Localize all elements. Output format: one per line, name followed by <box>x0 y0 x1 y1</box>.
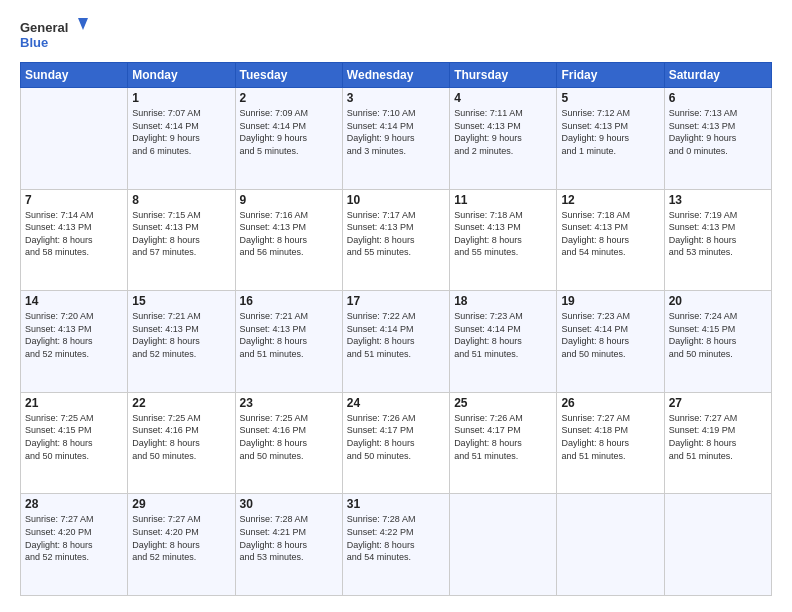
calendar-day-cell <box>664 494 771 596</box>
day-number: 5 <box>561 91 659 105</box>
calendar-day-cell: 11Sunrise: 7:18 AM Sunset: 4:13 PM Dayli… <box>450 189 557 291</box>
day-number: 9 <box>240 193 338 207</box>
calendar-day-cell: 1Sunrise: 7:07 AM Sunset: 4:14 PM Daylig… <box>128 88 235 190</box>
calendar-day-cell: 30Sunrise: 7:28 AM Sunset: 4:21 PM Dayli… <box>235 494 342 596</box>
day-number: 17 <box>347 294 445 308</box>
day-info: Sunrise: 7:18 AM Sunset: 4:13 PM Dayligh… <box>561 209 659 259</box>
day-info: Sunrise: 7:28 AM Sunset: 4:21 PM Dayligh… <box>240 513 338 563</box>
day-number: 26 <box>561 396 659 410</box>
header: General Blue <box>20 16 772 54</box>
day-number: 6 <box>669 91 767 105</box>
day-info: Sunrise: 7:26 AM Sunset: 4:17 PM Dayligh… <box>347 412 445 462</box>
weekday-header-cell: Monday <box>128 63 235 88</box>
day-info: Sunrise: 7:20 AM Sunset: 4:13 PM Dayligh… <box>25 310 123 360</box>
svg-marker-2 <box>78 18 88 30</box>
calendar-day-cell: 28Sunrise: 7:27 AM Sunset: 4:20 PM Dayli… <box>21 494 128 596</box>
day-info: Sunrise: 7:25 AM Sunset: 4:16 PM Dayligh… <box>240 412 338 462</box>
calendar-day-cell: 9Sunrise: 7:16 AM Sunset: 4:13 PM Daylig… <box>235 189 342 291</box>
day-info: Sunrise: 7:28 AM Sunset: 4:22 PM Dayligh… <box>347 513 445 563</box>
weekday-header-cell: Wednesday <box>342 63 449 88</box>
day-info: Sunrise: 7:27 AM Sunset: 4:20 PM Dayligh… <box>132 513 230 563</box>
calendar-day-cell: 6Sunrise: 7:13 AM Sunset: 4:13 PM Daylig… <box>664 88 771 190</box>
day-number: 10 <box>347 193 445 207</box>
day-number: 2 <box>240 91 338 105</box>
calendar-day-cell: 8Sunrise: 7:15 AM Sunset: 4:13 PM Daylig… <box>128 189 235 291</box>
day-info: Sunrise: 7:12 AM Sunset: 4:13 PM Dayligh… <box>561 107 659 157</box>
day-number: 18 <box>454 294 552 308</box>
calendar-day-cell <box>450 494 557 596</box>
day-number: 31 <box>347 497 445 511</box>
day-number: 1 <box>132 91 230 105</box>
day-info: Sunrise: 7:09 AM Sunset: 4:14 PM Dayligh… <box>240 107 338 157</box>
weekday-header-cell: Saturday <box>664 63 771 88</box>
calendar-week-row: 14Sunrise: 7:20 AM Sunset: 4:13 PM Dayli… <box>21 291 772 393</box>
calendar-day-cell: 2Sunrise: 7:09 AM Sunset: 4:14 PM Daylig… <box>235 88 342 190</box>
day-info: Sunrise: 7:27 AM Sunset: 4:20 PM Dayligh… <box>25 513 123 563</box>
day-number: 23 <box>240 396 338 410</box>
calendar-day-cell: 7Sunrise: 7:14 AM Sunset: 4:13 PM Daylig… <box>21 189 128 291</box>
calendar-day-cell: 20Sunrise: 7:24 AM Sunset: 4:15 PM Dayli… <box>664 291 771 393</box>
calendar-table: SundayMondayTuesdayWednesdayThursdayFrid… <box>20 62 772 596</box>
calendar-day-cell: 27Sunrise: 7:27 AM Sunset: 4:19 PM Dayli… <box>664 392 771 494</box>
day-number: 25 <box>454 396 552 410</box>
day-info: Sunrise: 7:25 AM Sunset: 4:16 PM Dayligh… <box>132 412 230 462</box>
day-number: 19 <box>561 294 659 308</box>
weekday-header-cell: Tuesday <box>235 63 342 88</box>
day-info: Sunrise: 7:25 AM Sunset: 4:15 PM Dayligh… <box>25 412 123 462</box>
calendar-day-cell: 23Sunrise: 7:25 AM Sunset: 4:16 PM Dayli… <box>235 392 342 494</box>
day-number: 3 <box>347 91 445 105</box>
calendar-day-cell: 13Sunrise: 7:19 AM Sunset: 4:13 PM Dayli… <box>664 189 771 291</box>
calendar-header-row: SundayMondayTuesdayWednesdayThursdayFrid… <box>21 63 772 88</box>
day-number: 7 <box>25 193 123 207</box>
calendar-week-row: 28Sunrise: 7:27 AM Sunset: 4:20 PM Dayli… <box>21 494 772 596</box>
day-info: Sunrise: 7:19 AM Sunset: 4:13 PM Dayligh… <box>669 209 767 259</box>
day-number: 20 <box>669 294 767 308</box>
day-info: Sunrise: 7:21 AM Sunset: 4:13 PM Dayligh… <box>132 310 230 360</box>
calendar-day-cell: 31Sunrise: 7:28 AM Sunset: 4:22 PM Dayli… <box>342 494 449 596</box>
day-info: Sunrise: 7:23 AM Sunset: 4:14 PM Dayligh… <box>454 310 552 360</box>
calendar-day-cell: 18Sunrise: 7:23 AM Sunset: 4:14 PM Dayli… <box>450 291 557 393</box>
weekday-header-cell: Sunday <box>21 63 128 88</box>
day-number: 8 <box>132 193 230 207</box>
day-number: 27 <box>669 396 767 410</box>
day-info: Sunrise: 7:11 AM Sunset: 4:13 PM Dayligh… <box>454 107 552 157</box>
calendar-day-cell: 22Sunrise: 7:25 AM Sunset: 4:16 PM Dayli… <box>128 392 235 494</box>
calendar-day-cell: 29Sunrise: 7:27 AM Sunset: 4:20 PM Dayli… <box>128 494 235 596</box>
calendar-week-row: 1Sunrise: 7:07 AM Sunset: 4:14 PM Daylig… <box>21 88 772 190</box>
calendar-day-cell: 3Sunrise: 7:10 AM Sunset: 4:14 PM Daylig… <box>342 88 449 190</box>
day-info: Sunrise: 7:10 AM Sunset: 4:14 PM Dayligh… <box>347 107 445 157</box>
day-info: Sunrise: 7:15 AM Sunset: 4:13 PM Dayligh… <box>132 209 230 259</box>
day-info: Sunrise: 7:26 AM Sunset: 4:17 PM Dayligh… <box>454 412 552 462</box>
day-info: Sunrise: 7:18 AM Sunset: 4:13 PM Dayligh… <box>454 209 552 259</box>
svg-text:General: General <box>20 20 68 35</box>
day-number: 11 <box>454 193 552 207</box>
calendar-day-cell: 14Sunrise: 7:20 AM Sunset: 4:13 PM Dayli… <box>21 291 128 393</box>
calendar-week-row: 7Sunrise: 7:14 AM Sunset: 4:13 PM Daylig… <box>21 189 772 291</box>
calendar-day-cell: 19Sunrise: 7:23 AM Sunset: 4:14 PM Dayli… <box>557 291 664 393</box>
day-info: Sunrise: 7:13 AM Sunset: 4:13 PM Dayligh… <box>669 107 767 157</box>
svg-text:Blue: Blue <box>20 35 48 50</box>
day-number: 4 <box>454 91 552 105</box>
calendar-day-cell: 21Sunrise: 7:25 AM Sunset: 4:15 PM Dayli… <box>21 392 128 494</box>
day-number: 12 <box>561 193 659 207</box>
day-number: 21 <box>25 396 123 410</box>
day-info: Sunrise: 7:17 AM Sunset: 4:13 PM Dayligh… <box>347 209 445 259</box>
calendar-day-cell: 5Sunrise: 7:12 AM Sunset: 4:13 PM Daylig… <box>557 88 664 190</box>
calendar-day-cell: 26Sunrise: 7:27 AM Sunset: 4:18 PM Dayli… <box>557 392 664 494</box>
day-info: Sunrise: 7:14 AM Sunset: 4:13 PM Dayligh… <box>25 209 123 259</box>
day-number: 22 <box>132 396 230 410</box>
logo: General Blue <box>20 16 90 54</box>
day-info: Sunrise: 7:27 AM Sunset: 4:18 PM Dayligh… <box>561 412 659 462</box>
page: General Blue SundayMondayTuesdayWednesda… <box>0 0 792 612</box>
day-number: 28 <box>25 497 123 511</box>
day-info: Sunrise: 7:24 AM Sunset: 4:15 PM Dayligh… <box>669 310 767 360</box>
day-number: 30 <box>240 497 338 511</box>
calendar-day-cell: 25Sunrise: 7:26 AM Sunset: 4:17 PM Dayli… <box>450 392 557 494</box>
weekday-header-cell: Friday <box>557 63 664 88</box>
day-number: 29 <box>132 497 230 511</box>
calendar-day-cell <box>557 494 664 596</box>
day-info: Sunrise: 7:16 AM Sunset: 4:13 PM Dayligh… <box>240 209 338 259</box>
calendar-day-cell: 16Sunrise: 7:21 AM Sunset: 4:13 PM Dayli… <box>235 291 342 393</box>
calendar-day-cell: 24Sunrise: 7:26 AM Sunset: 4:17 PM Dayli… <box>342 392 449 494</box>
day-number: 13 <box>669 193 767 207</box>
